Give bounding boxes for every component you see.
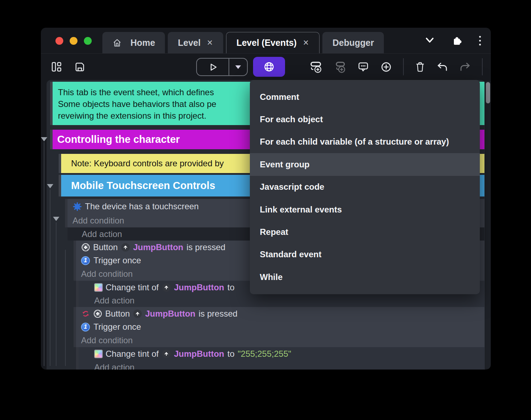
plus-circle-icon	[380, 61, 392, 73]
toolbar-divider	[482, 58, 483, 75]
button-plugin-icon	[81, 243, 90, 252]
delete-button[interactable]	[415, 61, 425, 72]
tab-debugger[interactable]: Debugger	[322, 32, 384, 53]
collapse-arrow-icon[interactable]	[53, 217, 59, 221]
condition-text: is pressed	[199, 309, 237, 319]
condition-text: Trigger once	[93, 255, 141, 265]
menu-item-repeat[interactable]: Repeat	[250, 221, 480, 243]
save-floppy-icon	[74, 61, 85, 72]
traffic-lights	[55, 37, 92, 45]
menu-item-comment[interactable]: Comment	[250, 86, 480, 108]
add-event-icon	[310, 60, 322, 73]
trash-icon	[415, 61, 425, 72]
kebab-menu-icon	[479, 36, 481, 45]
tab-level-events-close-icon[interactable]: ×	[302, 38, 310, 48]
tab-level-close-icon[interactable]: ×	[206, 38, 213, 48]
preview-split-button	[196, 58, 248, 76]
object-name: JumpButton	[133, 242, 183, 252]
object-name: JumpButton	[174, 282, 224, 292]
add-action-link[interactable]: Add action	[76, 294, 484, 307]
button-plugin-icon	[93, 309, 102, 318]
save-button[interactable]	[74, 61, 85, 72]
app-window: Home Level × Level (Events) × Debugger	[41, 28, 491, 370]
add-object-button[interactable]	[380, 61, 392, 73]
menu-item-while[interactable]: While	[250, 266, 480, 288]
caret-down-icon	[235, 65, 241, 69]
tab-level-label: Level	[178, 38, 200, 48]
tab-level[interactable]: Level ×	[168, 32, 223, 53]
indent-guide	[56, 222, 57, 366]
layout-panels-icon	[51, 61, 62, 72]
add-subevent-icon	[333, 60, 346, 73]
addons-button[interactable]	[451, 35, 463, 46]
add-action-link[interactable]: Add action	[76, 361, 484, 370]
layout-view-button[interactable]	[51, 61, 62, 72]
tab-home-label: Home	[130, 38, 155, 48]
condition-text: Trigger once	[93, 322, 141, 332]
preview-button[interactable]	[197, 59, 229, 75]
zoom-window-button[interactable]	[84, 37, 92, 45]
menu-item-link-external-events[interactable]: Link external events	[250, 198, 480, 221]
object-name: JumpButton	[145, 309, 195, 319]
menu-item-for-each-object[interactable]: For each object	[250, 108, 480, 130]
condition-row[interactable]: 1 Trigger once	[76, 321, 484, 334]
action-row-change-tint-2[interactable]: Change tint of JumpButton to "255;255;25…	[76, 347, 484, 361]
add-event-button[interactable]	[310, 60, 322, 73]
toolbar-divider	[403, 58, 404, 75]
tab-level-events[interactable]: Level (Events) ×	[226, 32, 320, 53]
tab-bar: Home Level × Level (Events) × Debugger	[41, 28, 491, 53]
preview-options-button[interactable]	[229, 59, 247, 75]
chevron-down-icon	[424, 37, 435, 44]
tab-debugger-label: Debugger	[332, 38, 374, 48]
note-text: Note: Keyboard controls are provided by	[71, 158, 224, 168]
instance-up-arrow-icon	[162, 283, 171, 292]
comment-bubble-icon	[357, 61, 369, 73]
home-icon	[112, 38, 122, 48]
trigger-once-icon: 1	[81, 256, 90, 265]
tab-list-dropdown-button[interactable]	[424, 37, 435, 44]
menu-item-javascript-code[interactable]: Javascript code	[250, 176, 480, 198]
tint-value: "255;255;255"	[238, 349, 291, 359]
tab-home[interactable]: Home	[102, 32, 165, 53]
instance-up-arrow-icon	[133, 309, 142, 318]
add-comment-button[interactable]	[357, 61, 369, 73]
group-title: Mobile Touchscreen Controls	[71, 180, 215, 191]
tab-strip: Home Level × Level (Events) × Debugger	[102, 32, 384, 53]
minimize-window-button[interactable]	[70, 37, 77, 45]
tab-level-events-label: Level (Events)	[236, 38, 297, 48]
menu-item-standard-event[interactable]: Standard event	[250, 243, 480, 266]
condition-text: The device has a touchscreen	[85, 201, 199, 211]
menu-item-for-each-child-variable[interactable]: For each child variable (of a structure …	[250, 131, 480, 153]
tint-color-icon	[94, 283, 103, 292]
globe-icon	[263, 61, 275, 73]
add-condition-link[interactable]: Add condition	[76, 334, 484, 347]
preview-over-network-button[interactable]	[253, 57, 285, 77]
invert-condition-icon	[81, 309, 90, 318]
titlebar-buttons	[424, 28, 481, 53]
redo-icon	[459, 62, 471, 72]
indent-guide	[44, 142, 44, 366]
gear-icon	[73, 202, 82, 211]
redo-button[interactable]	[459, 62, 471, 72]
group-title: Controlling the character	[57, 134, 180, 145]
main-menu-button[interactable]	[479, 36, 481, 45]
menu-item-event-group[interactable]: Event group	[250, 153, 480, 176]
object-name: JumpButton	[174, 349, 224, 359]
vertical-scrollbar[interactable]	[486, 81, 490, 369]
collapse-arrow-icon[interactable]	[41, 137, 47, 141]
add-subevent-button[interactable]	[333, 60, 346, 73]
event-block-jumpbutton-pressed-2[interactable]: Button JumpButton is pressed 1 Trigger o…	[74, 307, 484, 347]
collapse-arrow-icon[interactable]	[47, 184, 53, 188]
add-event-context-menu: Comment For each object For each child v…	[250, 80, 480, 294]
scrollbar-thumb[interactable]	[486, 82, 490, 103]
condition-text: is pressed	[187, 242, 225, 252]
play-icon	[207, 61, 219, 73]
close-window-button[interactable]	[55, 37, 63, 45]
indent-guide	[65, 250, 66, 366]
indent-guide	[50, 189, 50, 366]
object-type: Button	[93, 242, 118, 252]
trigger-once-icon: 1	[81, 323, 90, 332]
instance-up-arrow-icon	[162, 350, 171, 358]
condition-row[interactable]: Button JumpButton is pressed	[76, 307, 484, 321]
undo-button[interactable]	[436, 62, 448, 72]
